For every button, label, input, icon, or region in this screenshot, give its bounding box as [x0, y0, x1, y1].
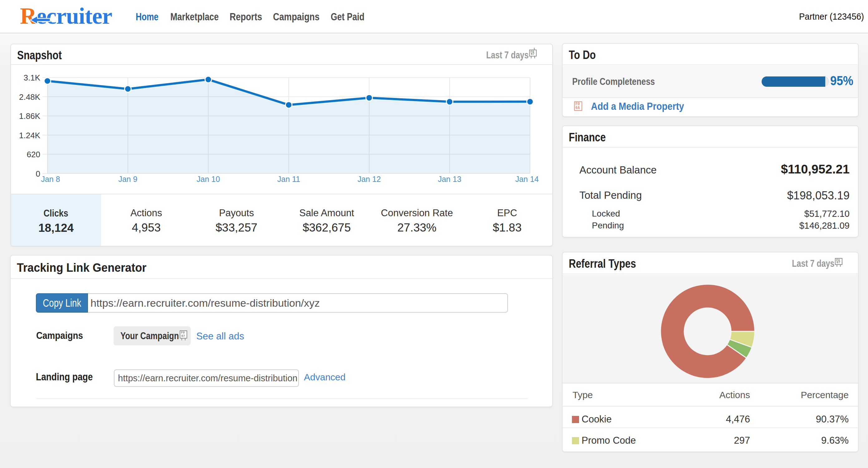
svg-text:Jan 8: Jan 8 — [41, 175, 60, 183]
svg-text:1.24K: 1.24K — [19, 131, 40, 140]
svg-text:1.86K: 1.86K — [19, 112, 40, 121]
svg-text:620: 620 — [27, 150, 40, 159]
svg-text:0: 0 — [36, 169, 40, 179]
svg-text:Jan 14: Jan 14 — [515, 175, 538, 183]
svg-text:Jan 12: Jan 12 — [358, 175, 381, 183]
svg-text:Jan 9: Jan 9 — [118, 175, 137, 183]
svg-text:Jan 13: Jan 13 — [438, 175, 461, 183]
svg-text:2.48K: 2.48K — [19, 92, 40, 102]
svg-text:Jan 11: Jan 11 — [277, 175, 300, 183]
svg-text:Jan 10: Jan 10 — [196, 175, 220, 183]
svg-text:3.1K: 3.1K — [24, 73, 40, 82]
